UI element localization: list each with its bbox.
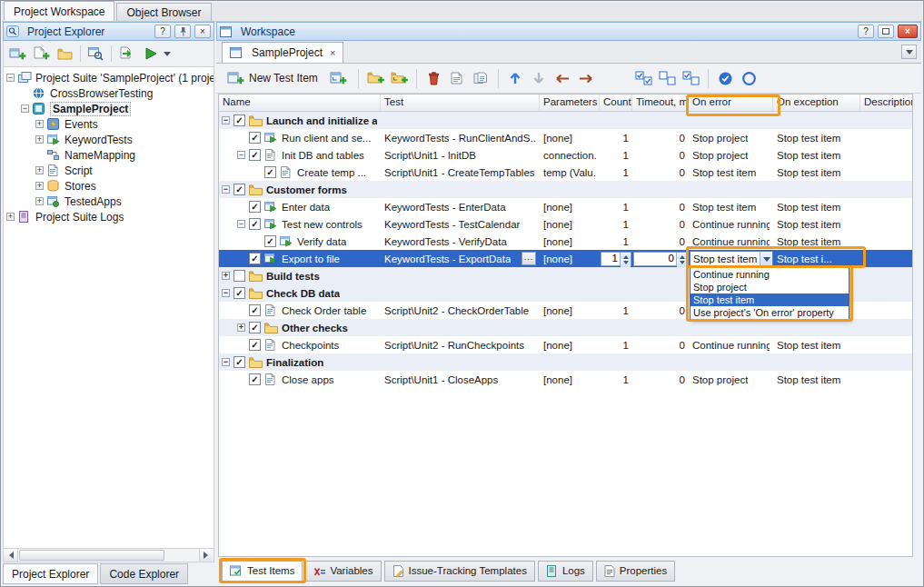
parameters-cell[interactable]: [none]	[540, 129, 600, 146]
new-child-group-button[interactable]	[389, 68, 410, 89]
close-tab-icon[interactable]: ×	[330, 47, 335, 58]
tree-item-events[interactable]: +Events	[4, 116, 214, 132]
uncheck-all-items-button[interactable]	[657, 68, 678, 89]
name-cell[interactable]: ✓Check Order table	[219, 302, 381, 319]
row-expander-icon[interactable]: +	[222, 272, 230, 280]
delete-button[interactable]	[423, 68, 444, 89]
new-child-test-item-button[interactable]	[325, 67, 352, 90]
count-cell[interactable]: 1	[600, 129, 632, 146]
row-expander-icon[interactable]: −	[237, 151, 245, 159]
test-cell[interactable]: Script\Unit1 - InitDB	[381, 146, 540, 164]
test-cell[interactable]: Script\Unit1 - CloseApps	[381, 371, 540, 388]
test-cell[interactable]: KeywordTests - TestCalendar	[381, 215, 540, 233]
parameters-cell[interactable]: [none]	[540, 371, 600, 388]
help-button[interactable]: ?	[858, 25, 874, 38]
group-row-launch-and-initialize-applications[interactable]: −✓Launch and initialize applications	[219, 112, 912, 129]
name-cell[interactable]: −✓Check DB data	[219, 284, 381, 302]
test-item-row-close-apps[interactable]: ✓Close appsScript\Unit1 - CloseApps[none…	[219, 371, 912, 388]
radio-circle-button[interactable]	[739, 68, 760, 89]
description-cell[interactable]	[860, 164, 912, 181]
timeout-cell[interactable]: 0	[632, 371, 689, 388]
on-exception-cell[interactable]: Stop test item	[773, 129, 860, 146]
tab-issue-tracking-templates[interactable]: Issue-Tracking Templates	[384, 561, 535, 582]
test-item-row-init-db-and-tables[interactable]: −✓Init DB and tablesScript\Unit1 - InitD…	[219, 146, 912, 164]
close-panel-button[interactable]: ×	[194, 25, 211, 38]
copy-button[interactable]	[447, 68, 468, 89]
check-circle-button[interactable]	[715, 68, 736, 89]
invert-checks-button[interactable]	[681, 68, 701, 89]
on-exception-cell[interactable]: Stop test item	[773, 233, 860, 250]
new-test-item-button[interactable]: New Test Item	[223, 67, 323, 90]
column-header-parameters[interactable]: Parameters	[540, 95, 600, 111]
parameters-cell[interactable]: [none]	[540, 302, 600, 319]
parameters-cell[interactable]: [none]	[540, 250, 600, 267]
spin-up-button[interactable]	[677, 253, 687, 259]
row-expander-icon[interactable]: −	[222, 116, 230, 124]
item-checkbox[interactable]: ✓	[233, 184, 245, 195]
item-checkbox[interactable]: ✓	[249, 132, 261, 144]
toolbar-options-button[interactable]	[164, 52, 171, 60]
name-cell[interactable]: ✓Close apps	[219, 371, 381, 388]
tree-expander-icon[interactable]: −	[21, 104, 29, 113]
description-cell[interactable]	[860, 198, 912, 215]
count-cell[interactable]: 1	[600, 198, 632, 215]
column-header-timeout-mi[interactable]: Timeout, mi...	[632, 95, 689, 111]
tree-expander-icon[interactable]: +	[35, 166, 44, 174]
project-search-button[interactable]	[85, 44, 106, 65]
close-workspace-button[interactable]: ×	[898, 25, 918, 38]
test-cell[interactable]: Script\Unit2 - CheckOrderTable	[381, 302, 540, 319]
name-cell[interactable]: ✓Enter data	[219, 198, 381, 215]
parameters-cell[interactable]: [none]	[540, 215, 600, 233]
tree-horizontal-scrollbar[interactable]	[3, 549, 214, 562]
row-expander-icon[interactable]: −	[222, 185, 230, 194]
spin-down-button[interactable]	[677, 259, 687, 267]
column-header-on-exception[interactable]: On exception	[773, 95, 860, 111]
tree-item-namemapping[interactable]: NameMapping	[4, 147, 214, 163]
test-cell[interactable]: KeywordTests - EnterData	[381, 198, 540, 215]
group-row-other-checks[interactable]: +✓Other checks	[219, 319, 912, 336]
row-expander-icon[interactable]: −	[222, 289, 230, 297]
name-cell[interactable]: −✓Init DB and tables	[219, 146, 381, 164]
open-project-button[interactable]	[55, 44, 75, 65]
scroll-left-button[interactable]	[4, 549, 18, 562]
column-header-count[interactable]: Count	[600, 95, 632, 111]
item-checkbox[interactable]: ✓	[264, 166, 276, 178]
timeout-cell[interactable]: 0	[632, 233, 689, 250]
test-cell[interactable]: Script\Unit1 - CreateTempTables	[381, 164, 540, 181]
tab-logs[interactable]: Logs	[538, 561, 593, 582]
on-error-cell[interactable]: Stop project	[689, 129, 773, 146]
description-cell[interactable]	[860, 215, 912, 233]
on-error-cell[interactable]: Continue running	[689, 215, 773, 233]
parameters-cell[interactable]: temp (Valu...	[540, 164, 600, 181]
name-cell[interactable]: ✓Run client and se...	[219, 129, 381, 146]
description-cell[interactable]	[860, 250, 912, 267]
tab-variables[interactable]: Variables	[305, 561, 381, 582]
name-cell[interactable]: +✓Other checks	[219, 319, 381, 336]
name-cell[interactable]: ✓Checkpoints	[219, 336, 381, 353]
item-checkbox[interactable]: ✓	[233, 356, 245, 368]
dropdown-option-stop-project[interactable]: Stop project	[691, 281, 849, 294]
test-item-row-checkpoints[interactable]: ✓CheckpointsScript\Unit2 - RunCheckpoint…	[219, 336, 912, 353]
on-error-cell[interactable]: Continue running	[689, 233, 773, 250]
parameters-cell[interactable]: [none]	[540, 198, 600, 215]
column-header-test[interactable]: Test	[381, 95, 540, 111]
scrollbar-thumb[interactable]	[19, 550, 164, 561]
name-cell[interactable]: ✓Create temp ...	[219, 164, 381, 181]
paste-button[interactable]	[471, 68, 492, 89]
count-cell[interactable]: 1	[600, 336, 632, 353]
item-checkbox[interactable]: ✓	[233, 114, 245, 126]
on-error-cell[interactable]: Continue running	[689, 336, 773, 353]
count-cell[interactable]: 1	[600, 215, 632, 233]
group-row-finalization[interactable]: −✓Finalization	[219, 353, 912, 371]
column-header-on-error[interactable]: On error	[689, 95, 773, 111]
document-tab-sampleproject[interactable]: SampleProject×	[222, 42, 343, 63]
parameters-cell[interactable]: [none]	[540, 233, 600, 250]
on-exception-cell[interactable]: Stop test item	[773, 146, 860, 164]
scroll-right-button[interactable]	[199, 549, 214, 562]
top-tab-project-workspace[interactable]: Project Workspace	[4, 1, 114, 21]
timeout-cell[interactable]: 0	[632, 129, 689, 146]
count-cell[interactable]: 1	[600, 233, 632, 250]
timeout-cell[interactable]: 0	[632, 146, 689, 164]
timeout-cell[interactable]: 0	[632, 215, 689, 233]
item-checkbox[interactable]: ✓	[264, 235, 276, 247]
